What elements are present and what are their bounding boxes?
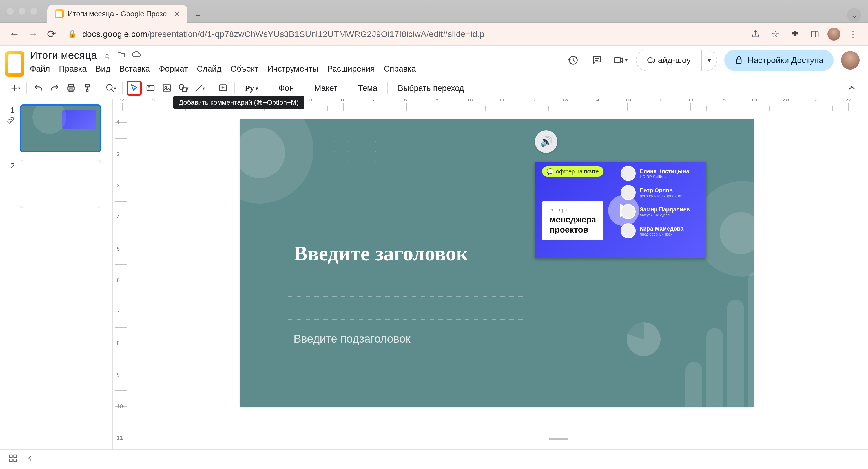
vertical-ruler[interactable]: 1234567891011121314 <box>115 111 127 469</box>
layout-button[interactable]: Макет <box>308 80 344 96</box>
address-bar: ← → ⟳ 🔒 docs.google.com/presentation/d/1… <box>0 23 868 45</box>
slides-logo[interactable] <box>5 51 24 76</box>
back-button[interactable]: ← <box>8 28 21 40</box>
window-controls <box>7 8 37 14</box>
tab-close-icon[interactable]: ✕ <box>174 9 180 19</box>
window-minimize[interactable] <box>19 8 25 14</box>
slides-favicon <box>55 9 64 18</box>
slide-thumbnail-1[interactable] <box>20 104 101 152</box>
theme-button[interactable]: Тема <box>352 80 383 96</box>
collapse-toolbar-button[interactable] <box>844 80 860 96</box>
grid-view-button[interactable] <box>8 454 18 465</box>
toolbar: ▾ ▾ ▾ ▾ Ру▾ Фон Макет Тема Выбрать перех… <box>0 76 868 99</box>
menu-edit[interactable]: Правка <box>59 64 87 73</box>
cloud-status-icon[interactable] <box>132 50 141 61</box>
comments-icon[interactable] <box>589 52 605 68</box>
background-button[interactable]: Фон <box>272 80 300 96</box>
share-button[interactable]: Настройки Доступа <box>724 49 834 71</box>
meet-icon[interactable]: ▾ <box>612 52 629 68</box>
menu-bar: Файл Правка Вид Вставка Формат Слайд Объ… <box>30 64 416 73</box>
bookmark-icon[interactable]: ☆ <box>768 29 782 39</box>
window-maximize[interactable] <box>30 8 37 14</box>
slideshow-button[interactable]: Слайд-шоу <box>636 49 702 71</box>
video-badge: 💬 оффер на почте <box>542 166 603 176</box>
image-tool[interactable] <box>159 80 175 96</box>
tabs-overflow-button[interactable]: ⌄ <box>847 8 861 22</box>
move-icon[interactable] <box>117 51 125 61</box>
decoration: · · · ·· · · ·· · · · <box>333 136 382 166</box>
reload-button[interactable]: ⟳ <box>45 28 58 40</box>
sidepanel-icon[interactable] <box>808 30 822 39</box>
slide-number-1: 1 <box>7 104 14 114</box>
select-tool[interactable] <box>127 80 142 96</box>
paint-format-button[interactable] <box>80 80 95 96</box>
notes-resize-handle[interactable] <box>255 435 862 443</box>
profile-avatar[interactable] <box>828 28 840 40</box>
menu-extensions[interactable]: Расширения <box>327 64 375 73</box>
star-icon[interactable]: ☆ <box>103 51 111 61</box>
video-people-list: Елена КостицынаHR BP Skillbox Петр Орлов… <box>621 166 701 242</box>
menu-help[interactable]: Справка <box>384 64 416 73</box>
tooltip: Добавить комментарий (⌘+Option+M) <box>173 96 304 109</box>
app-header: Итоги месяца ☆ Файл Правка Вид Вставка Ф… <box>0 45 868 76</box>
audio-icon[interactable]: 🔊 <box>535 130 557 153</box>
account-avatar[interactable] <box>841 51 860 70</box>
lock-icon[interactable]: 🔒 <box>68 30 76 38</box>
link-icon <box>7 116 14 124</box>
new-slide-button[interactable]: ▾ <box>7 80 23 96</box>
svg-rect-18 <box>182 88 186 92</box>
title-placeholder-text: Введите заголовок <box>293 241 468 265</box>
zoom-button[interactable]: ▾ <box>103 80 118 96</box>
canvas-area[interactable]: · · · ·· · · ·· · · · 🔊 Введите заголово… <box>127 111 868 469</box>
browser-menu-icon[interactable]: ⋮ <box>846 29 860 39</box>
menu-format[interactable]: Формат <box>159 64 188 73</box>
svg-rect-23 <box>9 455 12 458</box>
slideshow-caret[interactable]: ▾ <box>702 49 717 71</box>
window-close[interactable] <box>7 8 13 14</box>
video-object[interactable]: 💬 оффер на почте всё про менеджерапроект… <box>535 162 706 258</box>
add-comment-button[interactable] <box>215 80 230 96</box>
decoration <box>627 322 660 356</box>
print-button[interactable] <box>63 80 79 96</box>
menu-slide[interactable]: Слайд <box>197 64 221 73</box>
history-icon[interactable] <box>565 52 581 68</box>
decoration <box>235 128 285 178</box>
svg-rect-12 <box>147 86 154 91</box>
shape-tool[interactable]: ▾ <box>176 80 191 96</box>
svg-rect-4 <box>615 58 621 63</box>
video-caption: всё про менеджерапроектов <box>542 201 603 240</box>
slide-filmstrip[interactable]: 1 2 <box>0 99 113 469</box>
subtitle-placeholder-text: Введите подзаголовок <box>293 332 410 345</box>
textbox-tool[interactable] <box>143 80 158 96</box>
share-page-icon[interactable] <box>748 29 763 39</box>
bottom-bar <box>0 449 868 469</box>
menu-view[interactable]: Вид <box>96 64 110 73</box>
undo-button[interactable] <box>31 80 46 96</box>
svg-rect-25 <box>9 459 12 462</box>
new-tab-button[interactable]: + <box>191 8 205 22</box>
browser-tab-bar: Итоги месяца - Google Презе ✕ + ⌄ <box>0 0 868 23</box>
redo-button[interactable] <box>47 80 62 96</box>
decoration <box>685 272 765 418</box>
svg-rect-15 <box>163 85 170 92</box>
document-title[interactable]: Итоги месяца <box>30 49 97 61</box>
menu-object[interactable]: Объект <box>230 64 258 73</box>
menu-file[interactable]: Файл <box>30 64 50 73</box>
paint-tool[interactable]: Ру▾ <box>239 80 264 96</box>
title-placeholder[interactable]: Введите заголовок <box>287 210 526 297</box>
subtitle-placeholder[interactable]: Введите подзаголовок <box>287 319 526 358</box>
transition-button[interactable]: Выбрать переход <box>392 80 470 96</box>
svg-line-11 <box>111 89 114 92</box>
url-display[interactable]: docs.google.com/presentation/d/1-qp78zwC… <box>82 29 485 39</box>
extensions-icon[interactable] <box>788 30 802 39</box>
browser-tab-active[interactable]: Итоги месяца - Google Презе ✕ <box>48 5 187 23</box>
slide-canvas[interactable]: · · · ·· · · ·· · · · 🔊 Введите заголово… <box>240 119 753 407</box>
slide-thumbnail-2[interactable] <box>20 160 101 208</box>
line-tool[interactable]: ▾ <box>192 80 207 96</box>
collapse-filmstrip-button[interactable] <box>26 455 34 464</box>
svg-rect-24 <box>14 455 17 458</box>
menu-tools[interactable]: Инструменты <box>267 64 318 73</box>
forward-button[interactable]: → <box>27 28 39 40</box>
menu-insert[interactable]: Вставка <box>120 64 150 73</box>
slide-number-2: 2 <box>7 160 14 170</box>
